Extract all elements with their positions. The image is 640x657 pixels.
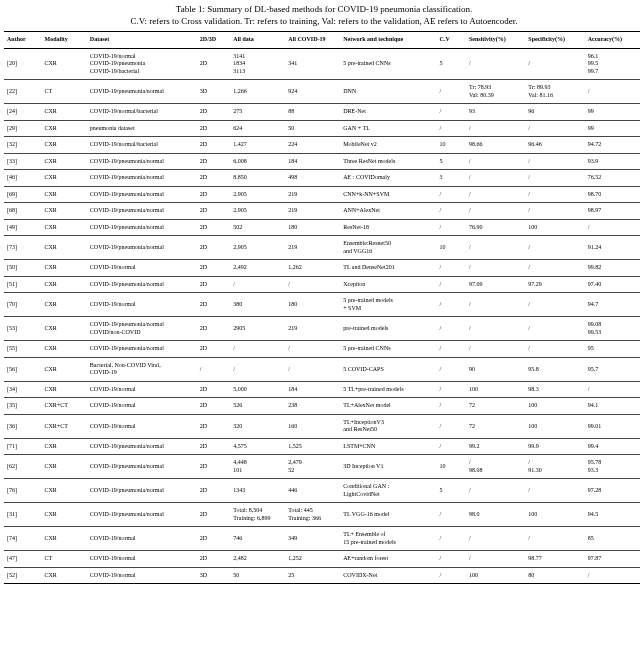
table-row: [62]CXRCOVID-19/pneumonia/normal2D4,448 …: [4, 455, 640, 479]
cell-network: pre-trained models: [340, 317, 436, 341]
cell-spec: /: [525, 341, 584, 358]
cell-dataset: COVID-19/normal: [87, 527, 197, 551]
cell-sens: 100: [466, 381, 525, 398]
cell-author: [76]: [4, 479, 41, 503]
table-row: [55]CXRCOVID-19/pneumonia/normal2D//5 pr…: [4, 341, 640, 358]
cell-author: [32]: [4, 137, 41, 154]
cell-cv: /: [437, 293, 466, 317]
cell-cv: 5: [437, 479, 466, 503]
cell-dim: 2D: [197, 479, 231, 503]
cell-spec: 99.9: [525, 438, 584, 455]
cell-alldata: 2,905: [230, 236, 285, 260]
cell-author: [68]: [4, 203, 41, 220]
cell-modality: CXR: [41, 260, 86, 277]
cell-dataset: COVID-19/normal: [87, 381, 197, 398]
cell-cv: 3: [437, 170, 466, 187]
cell-dim: /: [197, 357, 231, 381]
table-row: [22]CTCOVID-19/pneumonia/normal3D1,26692…: [4, 80, 640, 104]
header-row: Author Modality Dataset 2D/3D All data A…: [4, 32, 640, 49]
cell-spec: /: [525, 260, 584, 277]
cell-sens: 72: [466, 414, 525, 438]
cell-spec: /: [525, 48, 584, 80]
cell-allcovid: 184: [285, 153, 340, 170]
cell-network: ResNet-18: [340, 219, 436, 236]
cell-acc: 94.72: [585, 137, 640, 154]
cell-dataset: COVID-19/pneumonia/normal: [87, 219, 197, 236]
cell-modality: CXR: [41, 503, 86, 527]
cell-alldata: 4,448 101: [230, 455, 285, 479]
table-row: [51]CXRCOVID-19/pneumonia/normal2D//Xcep…: [4, 276, 640, 293]
table-row: [31]CXRCOVID-19/pneumonia/normal2DTotal:…: [4, 503, 640, 527]
table-row: [56]CXRBacterial, Non-COVID Viral, COVID…: [4, 357, 640, 381]
cell-sens: /: [466, 203, 525, 220]
cell-alldata: 1343: [230, 479, 285, 503]
cell-alldata: 275: [230, 104, 285, 121]
cell-alldata: 2,905: [230, 203, 285, 220]
cell-alldata: /: [230, 276, 285, 293]
cell-sens: /: [466, 48, 525, 80]
cell-sens: /: [466, 527, 525, 551]
cell-sens: 97.09: [466, 276, 525, 293]
cell-spec: 96.46: [525, 137, 584, 154]
cell-dim: 2D: [197, 398, 231, 415]
cell-network: COVIDX-Net: [340, 567, 436, 584]
table-row: [33]CXRCOVID-19/pneumonia/normal2D6,0081…: [4, 153, 640, 170]
cell-spec: Tr: 89.93 Val: 81.16: [525, 80, 584, 104]
cell-dataset: COVID-19/normal: [87, 551, 197, 568]
cell-author: [33]: [4, 153, 41, 170]
table-row: [52]CXRCOVID-19/normal3D5025COVIDX-Net/1…: [4, 567, 640, 584]
cell-modality: CXR: [41, 203, 86, 220]
table-row: [68]CXRCOVID-19/pneumonia/normal2D2,9052…: [4, 203, 640, 220]
cell-author: [56]: [4, 357, 41, 381]
cell-modality: CXR: [41, 341, 86, 358]
cell-network: CNN+k-NN+SVM: [340, 186, 436, 203]
cell-cv: /: [437, 414, 466, 438]
cell-spec: /: [525, 186, 584, 203]
cell-modality: CXR: [41, 120, 86, 137]
cell-cv: /: [437, 341, 466, 358]
table-row: [32]CXRCOVID-19/normal/bacterial2D1,4272…: [4, 137, 640, 154]
cell-allcovid: 180: [285, 293, 340, 317]
table-row: [73]CXRCOVID-19/pneumonia/normal2D2,9052…: [4, 236, 640, 260]
cell-modality: CXR: [41, 276, 86, 293]
cell-dim: 2D: [197, 104, 231, 121]
cell-modality: CXR: [41, 527, 86, 551]
cell-cv: /: [437, 276, 466, 293]
cell-modality: CXR: [41, 153, 86, 170]
cell-sens: /: [466, 293, 525, 317]
cell-cv: /: [437, 260, 466, 277]
cell-modality: CXR: [41, 357, 86, 381]
cell-network: TL VGG-16 model: [340, 503, 436, 527]
cell-cv: /: [437, 186, 466, 203]
cell-modality: CXR: [41, 48, 86, 80]
cell-modality: CXR: [41, 479, 86, 503]
cell-network: AE : COVIDomaly: [340, 170, 436, 187]
summary-table: Author Modality Dataset 2D/3D All data A…: [4, 31, 640, 584]
cell-modality: CXR: [41, 186, 86, 203]
cell-spec: /: [525, 236, 584, 260]
cell-sens: 100: [466, 567, 525, 584]
cell-dataset: COVID-19/normal: [87, 567, 197, 584]
cell-spec: /: [525, 317, 584, 341]
cell-cv: /: [437, 203, 466, 220]
cell-network: 5 TL+pre-trained models: [340, 381, 436, 398]
cell-dim: 2D: [197, 414, 231, 438]
cell-spec: 100: [525, 398, 584, 415]
cell-sens: 98.66: [466, 137, 525, 154]
cell-allcovid: 88: [285, 104, 340, 121]
cell-sens: Tr: 78.93 Val: 80.39: [466, 80, 525, 104]
cell-dataset: COVID-19/normal: [87, 260, 197, 277]
cell-author: [29]: [4, 120, 41, 137]
cell-sens: 99.2: [466, 438, 525, 455]
cell-alldata: 50: [230, 567, 285, 584]
cell-dataset: COVID-19/normal/bacterial: [87, 104, 197, 121]
cell-allcovid: 341: [285, 48, 340, 80]
cell-cv: 10: [437, 455, 466, 479]
cell-dim: 2D: [197, 48, 231, 80]
cell-spec: /: [525, 203, 584, 220]
cell-acc: 97.87: [585, 551, 640, 568]
cell-modality: CXR: [41, 293, 86, 317]
cell-allcovid: 2,479 52: [285, 455, 340, 479]
table-row: [74]CXRCOVID-19/normal2D746349TL+ Ensemb…: [4, 527, 640, 551]
cell-cv: 5: [437, 48, 466, 80]
